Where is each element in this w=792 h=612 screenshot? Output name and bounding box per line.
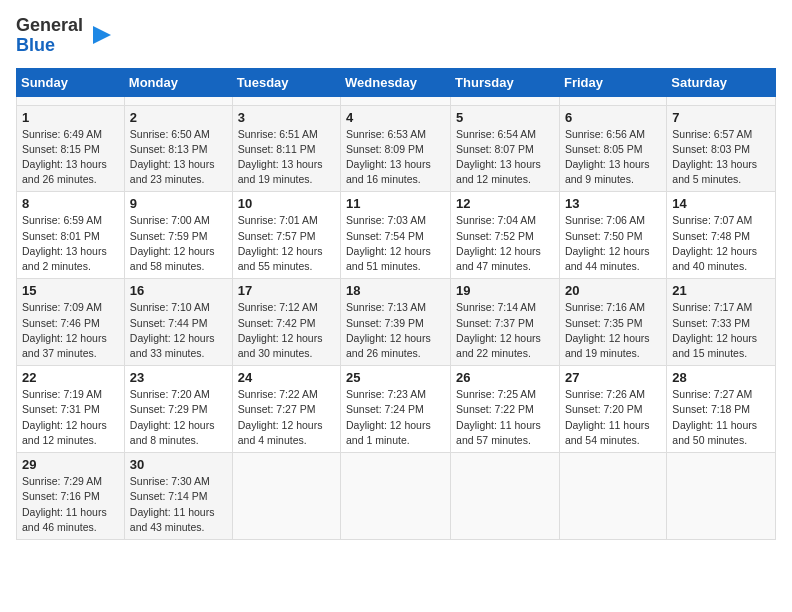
day-cell: 27Sunrise: 7:26 AM Sunset: 7:20 PM Dayli… bbox=[559, 366, 666, 453]
day-cell bbox=[124, 96, 232, 105]
week-row-0 bbox=[17, 96, 776, 105]
day-number: 16 bbox=[130, 283, 227, 298]
day-cell: 2Sunrise: 6:50 AM Sunset: 8:13 PM Daylig… bbox=[124, 105, 232, 192]
day-cell: 10Sunrise: 7:01 AM Sunset: 7:57 PM Dayli… bbox=[232, 192, 340, 279]
day-cell bbox=[667, 96, 776, 105]
day-number: 18 bbox=[346, 283, 445, 298]
day-info: Sunrise: 7:13 AM Sunset: 7:39 PM Dayligh… bbox=[346, 300, 445, 361]
day-info: Sunrise: 7:07 AM Sunset: 7:48 PM Dayligh… bbox=[672, 213, 770, 274]
day-info: Sunrise: 6:57 AM Sunset: 8:03 PM Dayligh… bbox=[672, 127, 770, 188]
day-number: 5 bbox=[456, 110, 554, 125]
logo-arrow-icon bbox=[91, 24, 113, 46]
day-cell: 6Sunrise: 6:56 AM Sunset: 8:05 PM Daylig… bbox=[559, 105, 666, 192]
calendar-table: SundayMondayTuesdayWednesdayThursdayFrid… bbox=[16, 68, 776, 540]
day-cell bbox=[232, 453, 340, 540]
week-row-5: 29Sunrise: 7:29 AM Sunset: 7:16 PM Dayli… bbox=[17, 453, 776, 540]
day-cell: 13Sunrise: 7:06 AM Sunset: 7:50 PM Dayli… bbox=[559, 192, 666, 279]
day-info: Sunrise: 7:00 AM Sunset: 7:59 PM Dayligh… bbox=[130, 213, 227, 274]
day-info: Sunrise: 7:16 AM Sunset: 7:35 PM Dayligh… bbox=[565, 300, 661, 361]
day-number: 21 bbox=[672, 283, 770, 298]
day-number: 19 bbox=[456, 283, 554, 298]
day-info: Sunrise: 7:17 AM Sunset: 7:33 PM Dayligh… bbox=[672, 300, 770, 361]
day-number: 14 bbox=[672, 196, 770, 211]
col-header-wednesday: Wednesday bbox=[341, 68, 451, 96]
svg-marker-0 bbox=[93, 26, 111, 44]
day-cell: 4Sunrise: 6:53 AM Sunset: 8:09 PM Daylig… bbox=[341, 105, 451, 192]
day-number: 11 bbox=[346, 196, 445, 211]
day-cell: 9Sunrise: 7:00 AM Sunset: 7:59 PM Daylig… bbox=[124, 192, 232, 279]
day-cell: 20Sunrise: 7:16 AM Sunset: 7:35 PM Dayli… bbox=[559, 279, 666, 366]
day-number: 17 bbox=[238, 283, 335, 298]
day-number: 22 bbox=[22, 370, 119, 385]
day-cell: 22Sunrise: 7:19 AM Sunset: 7:31 PM Dayli… bbox=[17, 366, 125, 453]
day-number: 3 bbox=[238, 110, 335, 125]
logo-blue: Blue bbox=[16, 35, 55, 55]
day-cell: 25Sunrise: 7:23 AM Sunset: 7:24 PM Dayli… bbox=[341, 366, 451, 453]
day-number: 25 bbox=[346, 370, 445, 385]
day-cell bbox=[17, 96, 125, 105]
day-info: Sunrise: 6:54 AM Sunset: 8:07 PM Dayligh… bbox=[456, 127, 554, 188]
calendar-body: 1Sunrise: 6:49 AM Sunset: 8:15 PM Daylig… bbox=[17, 96, 776, 539]
day-info: Sunrise: 6:49 AM Sunset: 8:15 PM Dayligh… bbox=[22, 127, 119, 188]
day-info: Sunrise: 7:06 AM Sunset: 7:50 PM Dayligh… bbox=[565, 213, 661, 274]
day-cell bbox=[451, 96, 560, 105]
day-cell: 3Sunrise: 6:51 AM Sunset: 8:11 PM Daylig… bbox=[232, 105, 340, 192]
day-info: Sunrise: 7:20 AM Sunset: 7:29 PM Dayligh… bbox=[130, 387, 227, 448]
day-cell bbox=[341, 453, 451, 540]
day-number: 1 bbox=[22, 110, 119, 125]
day-cell: 18Sunrise: 7:13 AM Sunset: 7:39 PM Dayli… bbox=[341, 279, 451, 366]
col-header-monday: Monday bbox=[124, 68, 232, 96]
day-number: 24 bbox=[238, 370, 335, 385]
day-info: Sunrise: 6:53 AM Sunset: 8:09 PM Dayligh… bbox=[346, 127, 445, 188]
day-cell bbox=[559, 453, 666, 540]
week-row-1: 1Sunrise: 6:49 AM Sunset: 8:15 PM Daylig… bbox=[17, 105, 776, 192]
day-cell: 11Sunrise: 7:03 AM Sunset: 7:54 PM Dayli… bbox=[341, 192, 451, 279]
day-number: 12 bbox=[456, 196, 554, 211]
day-number: 7 bbox=[672, 110, 770, 125]
day-info: Sunrise: 7:29 AM Sunset: 7:16 PM Dayligh… bbox=[22, 474, 119, 535]
day-cell: 7Sunrise: 6:57 AM Sunset: 8:03 PM Daylig… bbox=[667, 105, 776, 192]
day-cell: 17Sunrise: 7:12 AM Sunset: 7:42 PM Dayli… bbox=[232, 279, 340, 366]
week-row-3: 15Sunrise: 7:09 AM Sunset: 7:46 PM Dayli… bbox=[17, 279, 776, 366]
day-cell: 14Sunrise: 7:07 AM Sunset: 7:48 PM Dayli… bbox=[667, 192, 776, 279]
day-info: Sunrise: 7:12 AM Sunset: 7:42 PM Dayligh… bbox=[238, 300, 335, 361]
day-number: 26 bbox=[456, 370, 554, 385]
col-header-friday: Friday bbox=[559, 68, 666, 96]
day-info: Sunrise: 7:22 AM Sunset: 7:27 PM Dayligh… bbox=[238, 387, 335, 448]
day-number: 6 bbox=[565, 110, 661, 125]
day-cell: 30Sunrise: 7:30 AM Sunset: 7:14 PM Dayli… bbox=[124, 453, 232, 540]
day-number: 2 bbox=[130, 110, 227, 125]
day-info: Sunrise: 7:03 AM Sunset: 7:54 PM Dayligh… bbox=[346, 213, 445, 274]
col-header-saturday: Saturday bbox=[667, 68, 776, 96]
day-cell: 19Sunrise: 7:14 AM Sunset: 7:37 PM Dayli… bbox=[451, 279, 560, 366]
day-number: 28 bbox=[672, 370, 770, 385]
day-info: Sunrise: 7:27 AM Sunset: 7:18 PM Dayligh… bbox=[672, 387, 770, 448]
day-info: Sunrise: 7:10 AM Sunset: 7:44 PM Dayligh… bbox=[130, 300, 227, 361]
week-row-4: 22Sunrise: 7:19 AM Sunset: 7:31 PM Dayli… bbox=[17, 366, 776, 453]
day-cell: 23Sunrise: 7:20 AM Sunset: 7:29 PM Dayli… bbox=[124, 366, 232, 453]
day-number: 15 bbox=[22, 283, 119, 298]
day-number: 4 bbox=[346, 110, 445, 125]
day-cell: 8Sunrise: 6:59 AM Sunset: 8:01 PM Daylig… bbox=[17, 192, 125, 279]
column-headers: SundayMondayTuesdayWednesdayThursdayFrid… bbox=[17, 68, 776, 96]
day-cell bbox=[451, 453, 560, 540]
day-number: 30 bbox=[130, 457, 227, 472]
week-row-2: 8Sunrise: 6:59 AM Sunset: 8:01 PM Daylig… bbox=[17, 192, 776, 279]
logo: General Blue bbox=[16, 16, 113, 56]
day-number: 9 bbox=[130, 196, 227, 211]
logo-general: General bbox=[16, 15, 83, 35]
day-info: Sunrise: 6:59 AM Sunset: 8:01 PM Dayligh… bbox=[22, 213, 119, 274]
day-info: Sunrise: 7:19 AM Sunset: 7:31 PM Dayligh… bbox=[22, 387, 119, 448]
day-cell: 12Sunrise: 7:04 AM Sunset: 7:52 PM Dayli… bbox=[451, 192, 560, 279]
day-info: Sunrise: 7:14 AM Sunset: 7:37 PM Dayligh… bbox=[456, 300, 554, 361]
day-number: 20 bbox=[565, 283, 661, 298]
day-cell bbox=[341, 96, 451, 105]
day-number: 23 bbox=[130, 370, 227, 385]
day-number: 8 bbox=[22, 196, 119, 211]
col-header-thursday: Thursday bbox=[451, 68, 560, 96]
day-info: Sunrise: 7:25 AM Sunset: 7:22 PM Dayligh… bbox=[456, 387, 554, 448]
day-info: Sunrise: 7:23 AM Sunset: 7:24 PM Dayligh… bbox=[346, 387, 445, 448]
day-cell: 24Sunrise: 7:22 AM Sunset: 7:27 PM Dayli… bbox=[232, 366, 340, 453]
day-info: Sunrise: 7:01 AM Sunset: 7:57 PM Dayligh… bbox=[238, 213, 335, 274]
day-info: Sunrise: 6:50 AM Sunset: 8:13 PM Dayligh… bbox=[130, 127, 227, 188]
